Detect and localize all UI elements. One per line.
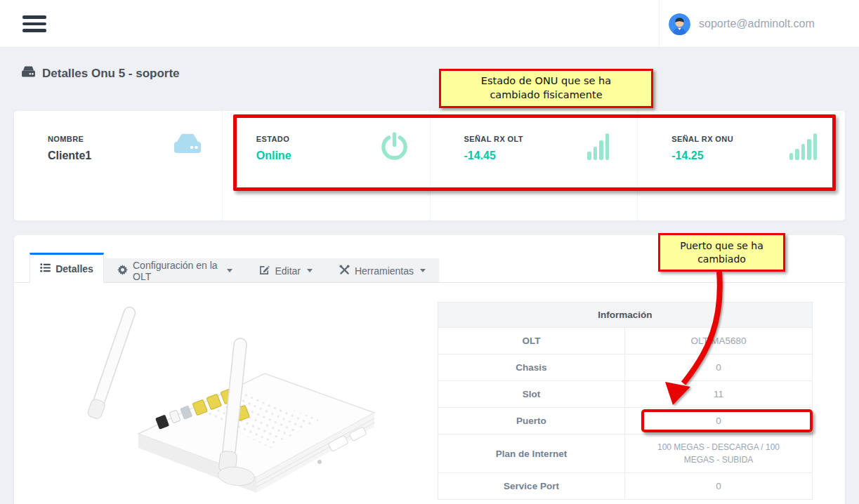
rx-olt-value: -14.45 — [464, 150, 638, 162]
tab-detalles[interactable]: Detalles — [29, 253, 104, 283]
gear-icon — [117, 265, 128, 277]
estado-annotation-note: Estado de ONU que se ha cambiado fisicam… — [439, 69, 653, 108]
row-label: Plan de Internet — [438, 435, 625, 472]
tab-label: Editar — [275, 265, 301, 277]
edit-icon — [259, 265, 270, 277]
table-header: Información — [438, 303, 812, 328]
signal-bars-icon — [587, 133, 609, 160]
table-row-service-port: Service Port 0 — [438, 473, 812, 500]
note-line: cambiado fisicamente — [441, 88, 651, 102]
server-icon — [21, 66, 36, 81]
onu-details-page: soporte@adminolt.com Detalles Onu 5 - so… — [0, 0, 859, 504]
row-label: Chasis — [438, 354, 625, 380]
table-row-chasis: Chasis 0 — [438, 354, 812, 381]
tab-label: Herramientas — [355, 265, 414, 277]
stat-nombre: NOMBRE Cliente1 — [14, 111, 222, 220]
chevron-down-icon — [420, 269, 426, 272]
tab-herramientas[interactable]: Herramientas — [326, 258, 439, 283]
table-row-slot: Slot 11 — [438, 381, 812, 408]
stat-senal-rx-onu: SEÑAL RX ONU -14.25 — [637, 111, 845, 220]
tab-label: Detalles — [55, 263, 93, 274]
status-card: NOMBRE Cliente1 ESTADO Online — [14, 111, 845, 220]
row-value: 11 — [625, 381, 812, 407]
tab-label: Configuración en la OLT — [133, 260, 221, 282]
note-line: cambiado — [660, 253, 783, 266]
row-value: 0 — [625, 473, 812, 499]
onu-router-image — [88, 295, 379, 504]
page-title: Detalles Onu 5 - soporte — [42, 67, 180, 81]
note-line: Estado de ONU que se ha — [441, 74, 651, 88]
menu-toggle-icon[interactable] — [22, 15, 46, 33]
stat-label: SEÑAL RX OLT — [464, 135, 638, 143]
stat-label: SEÑAL RX ONU — [671, 135, 845, 143]
onu-device-icon — [171, 132, 204, 164]
table-row-puerto: Puerto 0 — [438, 408, 812, 435]
row-label: Slot — [438, 381, 625, 407]
table-row-plan: Plan de Internet 100 MEGAS - DESCARGA / … — [438, 435, 812, 473]
table-row-olt: OLT OLT MA5680 — [438, 328, 812, 354]
user-email: soporte@adminolt.com — [699, 18, 815, 30]
power-icon — [379, 132, 412, 164]
list-icon — [40, 263, 51, 274]
row-value: OLT MA5680 — [625, 328, 812, 354]
tab-editar[interactable]: Editar — [246, 258, 326, 283]
stat-senal-rx-olt: SEÑAL RX OLT -14.45 — [430, 111, 638, 220]
tab-strip: Configuración en la OLT Editar — [104, 258, 439, 283]
chevron-down-icon — [307, 269, 313, 272]
top-navbar: soporte@adminolt.com — [0, 0, 859, 48]
row-value: 100 MEGAS - DESCARGA / 100 MEGAS - SUBID… — [625, 435, 812, 472]
avatar — [669, 13, 690, 35]
row-value: 0 — [625, 408, 812, 434]
user-menu[interactable]: soporte@adminolt.com — [669, 0, 815, 48]
row-label: OLT — [438, 328, 625, 354]
row-value: 0 — [625, 354, 812, 380]
tab-bottom-border — [14, 282, 845, 283]
tab-configuracion-olt[interactable]: Configuración en la OLT — [104, 258, 246, 283]
navbar-divider — [659, 0, 660, 48]
informacion-table: Información OLT OLT MA5680 Chasis 0 Slot… — [438, 302, 813, 500]
tools-icon — [339, 265, 350, 277]
puerto-annotation-note: Puerto que se ha cambiado — [658, 233, 785, 272]
signal-bars-icon — [789, 133, 818, 160]
row-label: Puerto — [438, 408, 625, 434]
stat-estado: ESTADO Online — [222, 111, 430, 220]
rx-onu-value: -14.25 — [671, 150, 845, 162]
row-label: Service Port — [438, 473, 625, 499]
note-line: Puerto que se ha — [660, 239, 783, 253]
chevron-down-icon — [227, 269, 232, 272]
